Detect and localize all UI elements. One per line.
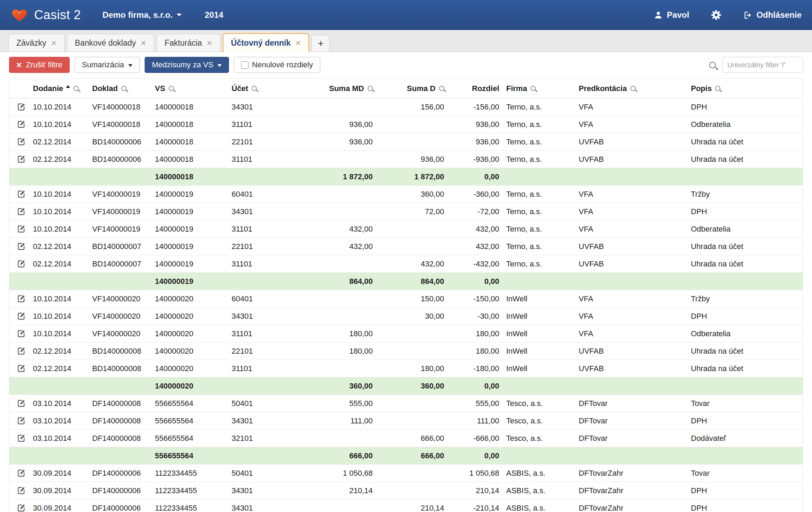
edit-row-icon[interactable] — [13, 136, 26, 148]
logout-button[interactable]: Odhlásenie — [743, 10, 802, 20]
summary-dropdown[interactable]: Sumarizácia — [75, 57, 140, 73]
edit-row-icon[interactable] — [13, 118, 26, 131]
cell-popis: DPH — [688, 98, 803, 116]
cell-suma-md: 111,00 — [303, 412, 376, 430]
edit-row-icon[interactable] — [13, 345, 26, 357]
cell-doklad: BD140000006 — [89, 133, 152, 151]
close-tab-icon[interactable]: × — [207, 38, 212, 47]
cell-popis: Uhrada na účet — [688, 360, 803, 377]
nonzero-differences-checkbox[interactable] — [241, 61, 248, 69]
edit-row-icon[interactable] — [13, 415, 26, 427]
subtotal-suma-md: 666,00 — [303, 447, 376, 465]
table-row: 10.10.2014VF14000001914000001931101432,0… — [9, 220, 803, 238]
tab-uctovny-dennik[interactable]: Účtovný denník× — [223, 33, 309, 52]
year-selector[interactable]: 2014 — [205, 10, 223, 20]
column-search-icon[interactable] — [252, 86, 257, 91]
tab-zavazky[interactable]: Záväzky× — [8, 34, 64, 52]
cell-suma-md: 432,00 — [303, 220, 376, 238]
cell-ucet: 31101 — [228, 151, 303, 168]
subtotal-vs: 140000020 — [152, 377, 228, 395]
column-header-suma-d[interactable]: Suma D — [376, 79, 448, 98]
cell-popis: Uhrada na účet — [688, 255, 803, 273]
subtotal-suma-d: 1 872,00 — [376, 168, 448, 186]
edit-row-icon[interactable] — [13, 101, 26, 113]
edit-row-icon[interactable] — [13, 502, 26, 512]
cell-doklad: BD140000008 — [89, 342, 152, 360]
universal-filter-input[interactable] — [722, 57, 803, 73]
edit-row-icon[interactable] — [13, 240, 26, 253]
chevron-down-icon — [217, 64, 222, 67]
cell-suma-md — [303, 308, 376, 325]
edit-row-icon[interactable] — [13, 467, 26, 480]
cell-firma: Terno, a.s. — [503, 238, 575, 255]
cell-firma: InWell — [503, 308, 575, 325]
column-header-popis[interactable]: Popis — [688, 79, 803, 98]
column-header-suma-md[interactable]: Suma MD — [303, 79, 376, 98]
edit-row-icon[interactable] — [13, 258, 26, 270]
cell-doklad: VF140000018 — [89, 116, 152, 133]
column-search-icon[interactable] — [630, 86, 636, 91]
column-header-ucet[interactable]: Účet — [228, 79, 303, 98]
column-header-vs[interactable]: VS — [152, 79, 228, 98]
cell-firma: Tesco, a.s. — [503, 395, 575, 412]
cell-suma-d: 210,14 — [376, 499, 448, 512]
tab-label: Bankové doklady — [75, 38, 136, 48]
logout-label: Odhlásenie — [757, 10, 802, 20]
column-search-icon[interactable] — [74, 86, 79, 91]
edit-row-icon[interactable] — [13, 223, 26, 235]
cell-rozdiel: -180,00 — [448, 360, 503, 377]
column-header-dodanie[interactable]: Dodanie — [30, 79, 89, 98]
column-header-firma[interactable]: Firma — [503, 79, 575, 98]
tab-fakturacia[interactable]: Fakturácia× — [156, 34, 220, 52]
cell-firma: ASBIS, a.s. — [503, 465, 575, 482]
settings-button[interactable] — [711, 10, 721, 20]
edit-row-icon[interactable] — [13, 293, 26, 305]
edit-row-icon[interactable] — [13, 484, 26, 497]
cell-dodanie: 02.12.2014 — [30, 360, 89, 377]
column-search-icon[interactable] — [715, 86, 720, 91]
edit-row-icon[interactable] — [13, 432, 26, 445]
cell-popis: Uhrada na účet — [688, 342, 803, 360]
clear-filters-button[interactable]: × Zrušiť filtre — [9, 57, 70, 73]
close-tab-icon[interactable]: × — [296, 38, 301, 47]
column-search-icon[interactable] — [169, 86, 174, 91]
edit-row-icon[interactable] — [13, 153, 26, 166]
edit-row-icon[interactable] — [13, 362, 26, 375]
company-selector[interactable]: Demo firma, s.r.o. — [102, 10, 182, 20]
cell-firma: Terno, a.s. — [503, 116, 575, 133]
user-icon — [654, 10, 663, 20]
journal-table-body: 10.10.2014VF14000001814000001834301156,0… — [9, 98, 803, 512]
column-search-icon[interactable] — [530, 86, 536, 91]
edit-row-icon[interactable] — [13, 188, 26, 201]
column-header-doklad[interactable]: Doklad — [89, 79, 152, 98]
close-tab-icon[interactable]: × — [51, 38, 56, 47]
column-header-rozdiel[interactable]: Rozdiel — [448, 79, 503, 98]
cell-popis: DPH — [688, 308, 803, 325]
search-icon[interactable] — [709, 62, 716, 68]
cell-ucet: 31101 — [228, 255, 303, 273]
cell-firma: Terno, a.s. — [503, 133, 575, 151]
cell-suma-md — [303, 255, 376, 273]
subtotals-dropdown[interactable]: Medzisumy za VS — [145, 57, 229, 73]
edit-row-icon[interactable] — [13, 397, 26, 410]
nonzero-differences-toggle[interactable]: Nenulové rozdiely — [234, 57, 320, 73]
table-row: 10.10.2014VF14000001814000001834301156,0… — [9, 98, 803, 116]
column-search-icon[interactable] — [439, 86, 444, 91]
column-search-icon[interactable] — [368, 86, 373, 91]
new-tab-button[interactable]: + — [312, 35, 330, 52]
close-tab-icon[interactable]: × — [141, 38, 146, 47]
tab-bankove-doklady[interactable]: Bankové doklady× — [67, 34, 154, 52]
cell-doklad: VF140000019 — [89, 220, 152, 238]
column-search-icon[interactable] — [121, 86, 127, 91]
edit-row-icon[interactable] — [13, 310, 26, 323]
cell-suma-d: 432,00 — [376, 255, 448, 273]
column-header-predkontacia[interactable]: Predkontácia — [575, 79, 688, 98]
user-menu[interactable]: Pavol — [654, 10, 689, 20]
cell-vs: 140000019 — [152, 238, 228, 255]
cell-rozdiel: 180,00 — [448, 342, 503, 360]
cell-predkontacia: DFTovar — [575, 395, 688, 412]
subtotal-rozdiel: 0,00 — [448, 377, 503, 395]
edit-row-icon[interactable] — [13, 205, 26, 218]
edit-row-icon[interactable] — [13, 327, 26, 340]
cell-predkontacia: VFA — [575, 116, 688, 133]
